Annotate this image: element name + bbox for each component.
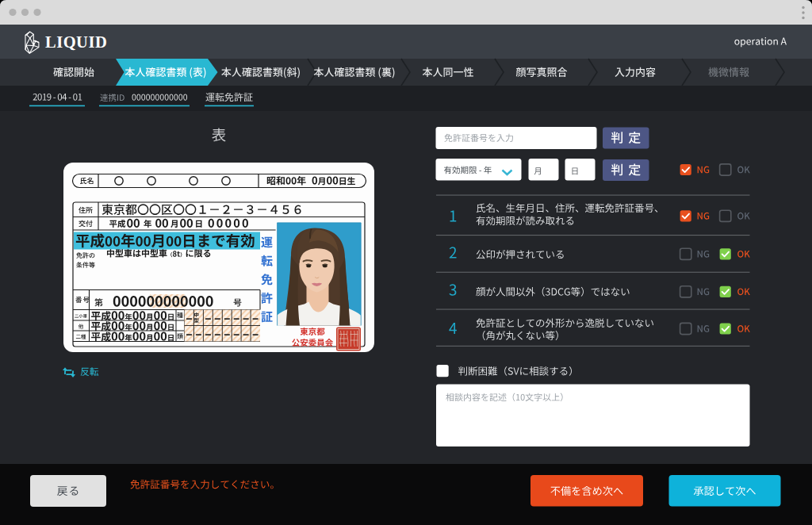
svg-text:LIQUID: LIQUID xyxy=(45,33,107,51)
